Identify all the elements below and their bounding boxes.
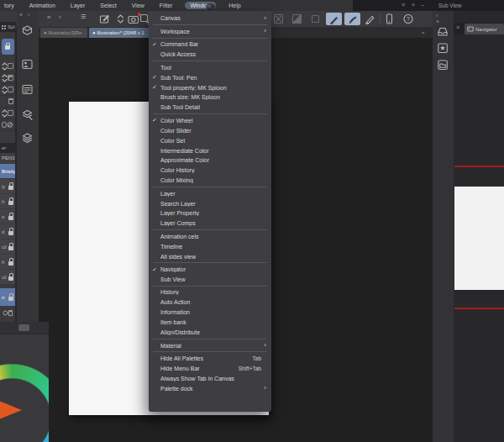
trash-icon[interactable] xyxy=(8,310,13,316)
menubar-item-layer[interactable]: Layer xyxy=(68,2,88,9)
color-mode-button[interactable] xyxy=(18,324,29,331)
lock-icon[interactable] xyxy=(8,261,13,266)
menu-item-sub-tool-pen[interactable]: ✓Sub Tool: Pen xyxy=(149,72,271,82)
duplicate-icon[interactable] xyxy=(3,309,8,317)
dock-nav-arrows[interactable]: ‹ » xyxy=(436,13,454,24)
selection-pen-button[interactable] xyxy=(326,13,342,25)
help-icon[interactable]: ? xyxy=(402,13,414,25)
menu-item-intermediate-color[interactable]: Intermediate Color xyxy=(149,145,271,155)
menu-item-color-mixing[interactable]: Color Mixing xyxy=(149,176,271,186)
menu-item-layer[interactable]: Layer xyxy=(149,188,271,198)
property-row[interactable] xyxy=(0,84,15,96)
lock-toggle-button[interactable] xyxy=(2,39,14,55)
property-download-icon[interactable] xyxy=(8,110,13,116)
menubar-item-tory[interactable]: tory xyxy=(2,2,17,9)
window-close-icon[interactable]: × xyxy=(412,2,415,8)
property-row[interactable] xyxy=(0,96,15,108)
favorites-box-icon[interactable] xyxy=(437,42,449,54)
expand-right-icon[interactable]: › xyxy=(59,12,61,23)
updown-arrows-icon[interactable] xyxy=(115,13,126,24)
subtool-item-cil[interactable]: cil xyxy=(0,239,15,254)
property-row[interactable] xyxy=(0,119,15,131)
menu-item-color-set[interactable]: Color Set xyxy=(149,135,271,145)
invert-selection-icon[interactable] xyxy=(291,13,302,24)
subtool-item-bristly[interactable]: Bristly xyxy=(0,164,15,178)
menu-item-timeline[interactable]: Timeline xyxy=(149,241,271,251)
property-row[interactable] xyxy=(0,108,15,119)
menu-item-always-show-tab-in-canvas[interactable]: Always Show Tab in Canvas xyxy=(149,373,271,383)
menu-item-search-layer[interactable]: Search Layer xyxy=(149,198,271,208)
menu-item-quick-access[interactable]: Quick Access xyxy=(149,50,271,60)
lock-icon[interactable] xyxy=(8,276,13,281)
collapse-left-icon[interactable]: « xyxy=(47,12,50,23)
lock-icon[interactable] xyxy=(8,186,13,190)
menu-item-auto-action[interactable]: Auto Action xyxy=(149,297,271,308)
menu-item-animation-cels[interactable]: Animation cels xyxy=(149,231,271,241)
menu-item-approximate-color[interactable]: Approximate Color xyxy=(149,155,271,166)
hamburger-icon[interactable]: ≡ xyxy=(81,11,86,22)
navigator-menu-icon[interactable]: ≡ xyxy=(456,24,459,30)
menubar-item-help[interactable]: Help xyxy=(226,2,243,9)
menubar-item-view[interactable]: View xyxy=(129,2,147,9)
lock-icon[interactable] xyxy=(8,216,13,220)
menu-item-canvas[interactable]: Canvas› xyxy=(149,13,271,24)
menu-item-navigator[interactable]: ✓Navigator xyxy=(149,265,271,275)
menu-item-command-bar[interactable]: ✓Command Bar xyxy=(149,39,271,50)
pen-tool-icon[interactable] xyxy=(365,13,375,24)
menu-item-history[interactable]: History xyxy=(149,287,271,297)
spinner-icon[interactable] xyxy=(2,62,8,71)
menubar-item-animation[interactable]: Animation xyxy=(27,2,58,9)
menu-item-item-bank[interactable]: Item bank xyxy=(149,318,271,328)
brush-size-dock-icon[interactable] xyxy=(21,83,34,96)
menu-item-layer-property[interactable]: Layer Property xyxy=(149,208,271,218)
window-minimize-icon[interactable]: ‒ xyxy=(421,2,424,8)
menu-item-information[interactable]: Information xyxy=(149,308,271,318)
selection-border-icon[interactable] xyxy=(310,13,321,24)
navigator-tab[interactable]: Navigator xyxy=(465,24,504,34)
folder-box-icon[interactable] xyxy=(437,59,449,71)
navigator-canvas-preview[interactable] xyxy=(454,187,504,290)
subtool-item-d[interactable]: d xyxy=(0,224,15,239)
subtool-item-h[interactable]: h xyxy=(0,194,15,208)
dock-collapse-arrows[interactable]: «› xyxy=(19,12,34,18)
menu-item-brush-size-mk-sploon[interactable]: Brush size: MK Sploon xyxy=(149,92,271,103)
menu-item-sub-tool-detail[interactable]: Sub Tool Detail xyxy=(149,103,271,113)
window-menu-icon[interactable]: ≡ xyxy=(402,2,405,8)
document-tab[interactable]: ● Illustration3[Re xyxy=(40,28,87,38)
lock-icon[interactable] xyxy=(8,201,13,205)
menu-item-color-wheel[interactable]: ✓Color Wheel xyxy=(149,115,271,125)
lock-icon[interactable] xyxy=(8,231,13,235)
device-icon[interactable] xyxy=(384,13,395,24)
view-camera-icon[interactable] xyxy=(128,13,139,24)
color-wheel-arrow[interactable] xyxy=(0,400,22,420)
brush-pen-button[interactable] xyxy=(344,13,360,25)
property-fill-icon[interactable] xyxy=(8,75,13,81)
property-row[interactable] xyxy=(0,72,15,84)
menu-item-align-distribute[interactable]: Align/Distribute xyxy=(149,328,271,338)
menu-item-tool-property-mk-sploon[interactable]: ✓Tool property: MK Sploon xyxy=(149,82,271,92)
menubar-item-filter[interactable]: Filter xyxy=(157,2,176,9)
subtool-item-cil[interactable]: cil xyxy=(0,270,15,284)
spinner-icon[interactable] xyxy=(2,109,8,118)
deselect-icon[interactable] xyxy=(273,13,284,24)
layer-edit-dock-icon[interactable] xyxy=(21,108,34,121)
subtool-item-e[interactable]: e xyxy=(0,209,15,224)
trash-icon[interactable] xyxy=(8,98,13,104)
subtool-item-h[interactable]: h xyxy=(0,255,15,269)
menu-item-layer-comps[interactable]: Layer Comps xyxy=(149,218,271,229)
menu-item-workspace[interactable]: Workspace› xyxy=(149,26,271,36)
menu-item-hide-menu-bar[interactable]: Hide Menu BarShift+Tab xyxy=(149,363,271,373)
wrench-icon[interactable] xyxy=(7,121,13,129)
menu-item-palette-dock[interactable]: Palette dock› xyxy=(149,383,271,393)
subtool-item-ly[interactable]: ly xyxy=(0,179,15,193)
menu-item-color-slider[interactable]: Color Slider xyxy=(149,125,271,135)
spinner-icon[interactable] xyxy=(2,74,8,82)
tab-overflow-chevron-icon[interactable]: ⌄ xyxy=(420,28,426,35)
menu-item-sub-view[interactable]: Sub View xyxy=(149,275,271,285)
material-inbox-icon[interactable] xyxy=(437,25,449,37)
subtool-item-n[interactable]: n xyxy=(0,288,15,306)
layers-dock-icon[interactable] xyxy=(21,132,34,145)
property-download-icon[interactable] xyxy=(8,87,13,92)
subtool-item-pen3[interactable]: PEN3 xyxy=(0,153,15,163)
property-row[interactable] xyxy=(0,61,15,72)
